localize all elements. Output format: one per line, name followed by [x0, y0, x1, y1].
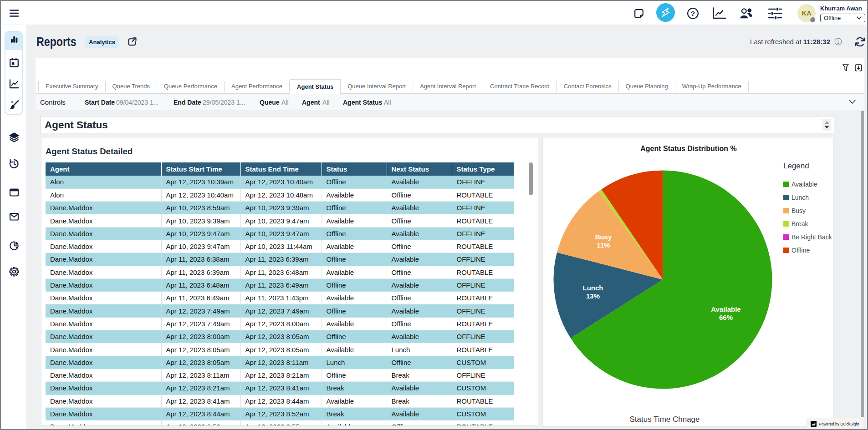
svg-text:?: ?: [691, 10, 695, 17]
